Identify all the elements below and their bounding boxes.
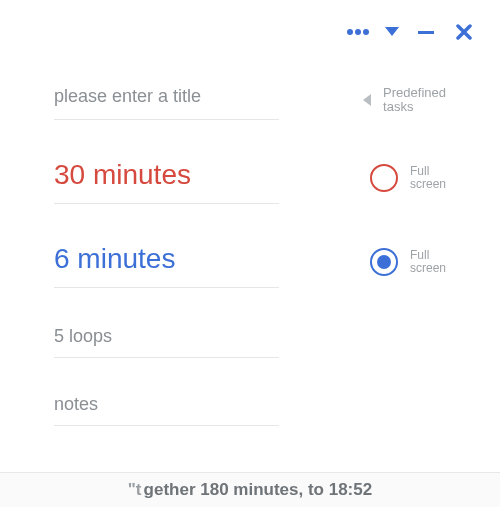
svg-rect-4 [418, 31, 434, 34]
break-duration-value: 6 minutes [54, 244, 279, 283]
more-horizontal-icon [346, 28, 370, 36]
loops-row: 5 loops [54, 326, 446, 358]
svg-marker-3 [385, 27, 399, 36]
svg-point-2 [363, 29, 369, 35]
title-input[interactable] [54, 86, 279, 113]
close-button[interactable] [452, 20, 476, 44]
loops-value: 5 loops [54, 326, 279, 353]
close-icon [456, 24, 472, 40]
app-window: Predefined tasks 30 minutes Full screen … [0, 0, 500, 507]
title-row: Predefined tasks [54, 86, 446, 120]
notes-field [54, 394, 279, 426]
title-field [54, 86, 279, 120]
work-fullscreen-toggle[interactable]: Full screen [370, 164, 446, 192]
dropdown-button[interactable] [380, 20, 404, 44]
break-duration-row: 6 minutes Full screen [54, 244, 446, 288]
loops-field[interactable]: 5 loops [54, 326, 279, 358]
summary-text: gether 180 minutes, to 18:52 [144, 480, 373, 500]
minimize-icon [417, 23, 435, 41]
underline [54, 425, 279, 426]
radio-checked-icon [370, 248, 398, 276]
work-fullscreen-label: Full screen [410, 165, 446, 191]
work-duration-row: 30 minutes Full screen [54, 160, 446, 204]
predefined-tasks-button[interactable]: Predefined tasks [363, 86, 446, 115]
work-duration-field[interactable]: 30 minutes [54, 160, 279, 204]
break-duration-field[interactable]: 6 minutes [54, 244, 279, 288]
underline [54, 357, 279, 358]
caret-down-icon [385, 27, 399, 37]
break-fullscreen-label: Full screen [410, 249, 446, 275]
notes-row [54, 394, 446, 426]
notes-input[interactable] [54, 394, 279, 421]
more-button[interactable] [346, 20, 370, 44]
svg-point-1 [355, 29, 361, 35]
underline [54, 287, 279, 288]
underline [54, 119, 279, 120]
radio-unchecked-icon [370, 164, 398, 192]
minimize-button[interactable] [414, 20, 438, 44]
predefined-tasks-label: Predefined tasks [383, 86, 446, 115]
break-fullscreen-toggle[interactable]: Full screen [370, 248, 446, 276]
svg-point-0 [347, 29, 353, 35]
summary-cut-prefix: "t [128, 480, 142, 500]
work-duration-value: 30 minutes [54, 160, 279, 199]
title-bar [0, 0, 500, 50]
chevron-left-icon [363, 94, 371, 106]
underline [54, 203, 279, 204]
summary-footer: "t gether 180 minutes, to 18:52 [0, 472, 500, 507]
